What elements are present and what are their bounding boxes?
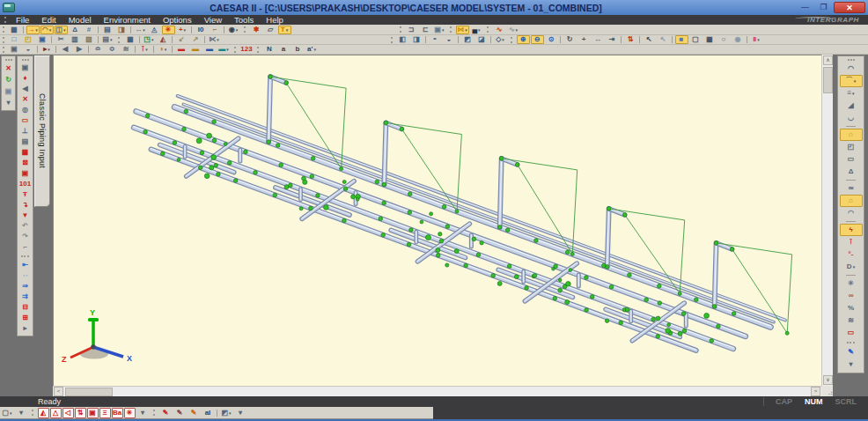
open-file-icon[interactable]: ◰ bbox=[22, 35, 35, 44]
orbit-icon[interactable]: ↻ bbox=[563, 35, 577, 44]
keyboard-icon[interactable]: ▤ bbox=[18, 137, 32, 147]
modeler-icon[interactable]: ▱ bbox=[264, 26, 277, 34]
load-blue-icon[interactable]: ▬ bbox=[203, 45, 217, 54]
node-increment-icon[interactable]: I0 bbox=[195, 26, 208, 34]
horizontal-scrollbar[interactable]: < > bbox=[53, 386, 821, 396]
mound-icon[interactable]: ◠ bbox=[840, 207, 863, 219]
node-grid-icon[interactable]: ▦ bbox=[8, 26, 21, 34]
input-spreadsheet-icon[interactable]: ▦ bbox=[124, 35, 137, 44]
save-file-icon[interactable]: ▣ bbox=[36, 35, 49, 44]
toolbar-expander[interactable]: ▾ bbox=[2, 97, 15, 108]
valve-flange-icon[interactable]: ⌐ bbox=[209, 26, 222, 34]
toolbar-expander[interactable]: ▾ bbox=[136, 408, 150, 418]
cylinder-icon[interactable]: D▾ bbox=[840, 261, 863, 273]
node-101-icon[interactable]: 101 bbox=[18, 179, 32, 189]
grid-red-icon[interactable]: ▦ bbox=[18, 147, 32, 158]
menu-help[interactable]: Help bbox=[260, 15, 290, 25]
scroll-up-button[interactable]: ∧ bbox=[823, 55, 833, 65]
paste-icon[interactable]: ▨ bbox=[83, 35, 96, 44]
undo-icon[interactable]: ↶ bbox=[18, 221, 32, 232]
trolley-icon[interactable]: ⊞ bbox=[18, 313, 32, 323]
elbow-gray-icon[interactable]: ⌐ bbox=[18, 242, 32, 253]
ratio-icon[interactable]: % bbox=[840, 302, 863, 314]
valve-red-icon[interactable]: ♦ bbox=[18, 73, 32, 84]
tee-frame-icon[interactable]: Ŧ bbox=[18, 189, 32, 200]
barge-icon[interactable]: ≃ bbox=[840, 182, 863, 195]
menu-edit[interactable]: Edit bbox=[35, 15, 62, 25]
pipe-end-icon[interactable]: ⇤ bbox=[18, 260, 32, 270]
bend-tool-icon[interactable]: ⋈▾ bbox=[456, 26, 469, 34]
camera-toggle-icon[interactable]: ▣ bbox=[87, 408, 99, 418]
flange-icon[interactable]: # bbox=[83, 26, 96, 34]
saddle-icon[interactable]: ◡ bbox=[840, 112, 863, 124]
flow-toggle-icon[interactable]: ⇅ bbox=[75, 408, 86, 418]
refresh-icon[interactable]: ↻ bbox=[2, 74, 15, 85]
view-corner1-icon[interactable]: ◩ bbox=[461, 35, 474, 44]
menu-tools[interactable]: Tools bbox=[228, 15, 260, 25]
shelter-icon[interactable]: ⌂ bbox=[840, 195, 863, 207]
sound-off-icon[interactable]: ◁ bbox=[63, 408, 74, 418]
double-x-icon[interactable]: ⊠ bbox=[18, 158, 32, 168]
view-bottom-icon[interactable]: ◒ bbox=[443, 35, 456, 44]
close-button[interactable]: ✕ bbox=[834, 2, 865, 13]
scroll-right-button[interactable]: > bbox=[811, 387, 820, 396]
valve-small-icon[interactable]: ≏ bbox=[92, 45, 105, 54]
zoom-window-icon[interactable]: ⊕ bbox=[517, 35, 530, 44]
menu-view[interactable]: View bbox=[198, 15, 228, 25]
translucent-mode-icon[interactable]: ○ bbox=[717, 35, 731, 44]
save-frame-icon[interactable]: ▼ bbox=[18, 210, 32, 221]
isometric-icon[interactable]: ◭ bbox=[157, 35, 170, 44]
classic-piping-input-tab[interactable]: Classic Piping Input bbox=[34, 55, 50, 207]
load-teal-icon[interactable]: ▬▾ bbox=[217, 45, 231, 54]
hanger-icon[interactable]: ◠▾ bbox=[40, 26, 54, 34]
list-input-icon[interactable]: ▤ bbox=[101, 26, 114, 34]
new-file-icon[interactable]: □ bbox=[8, 35, 21, 44]
clock-icon[interactable]: ◑▾ bbox=[157, 45, 170, 54]
pan-icon[interactable]: + bbox=[577, 35, 591, 44]
select-icon[interactable]: ↖ bbox=[643, 35, 656, 44]
section-cut-icon[interactable]: ‖▾ bbox=[750, 35, 763, 44]
print-icon[interactable]: ▤▾ bbox=[101, 35, 114, 44]
redo-icon[interactable]: ↷ bbox=[18, 232, 32, 242]
view-se-icon[interactable]: ◨ bbox=[410, 35, 423, 44]
menu-model[interactable]: Model bbox=[63, 15, 98, 25]
walkthrough-icon[interactable]: ⇥ bbox=[606, 35, 619, 44]
measure-icon[interactable]: ↔▾ bbox=[134, 26, 147, 34]
stress-wave-icon[interactable]: ∿ bbox=[493, 26, 506, 34]
zoom-extents-icon[interactable]: ⊙ bbox=[545, 35, 558, 44]
translate-icon[interactable]: ↔ bbox=[592, 35, 605, 44]
pipe-shoe-icon[interactable]: ◠ bbox=[840, 63, 863, 75]
anchor-icon[interactable]: ◫▾ bbox=[55, 26, 68, 34]
import-icon[interactable]: ↙ bbox=[175, 35, 188, 44]
pipe-flow-icon[interactable]: ⇒ bbox=[18, 281, 32, 292]
expand-box-icon[interactable]: ◰ bbox=[840, 141, 863, 153]
horizontal-scroll-thumb[interactable] bbox=[65, 388, 113, 396]
piping-model[interactable]: YXZ bbox=[53, 55, 821, 386]
pipe-out-icon[interactable]: ⊐ bbox=[405, 26, 418, 34]
snapshot-icon[interactable]: ▣ bbox=[8, 45, 21, 54]
marker-red-icon[interactable]: ✎ bbox=[159, 408, 173, 418]
menu-file[interactable]: File bbox=[10, 15, 35, 25]
error-check-icon[interactable]: ✳ bbox=[162, 26, 175, 34]
hidden-line-mode-icon[interactable]: ▦ bbox=[703, 35, 717, 44]
degree-icon[interactable]: °- bbox=[840, 248, 863, 261]
pipe-multi-icon[interactable]: ⇉ bbox=[18, 292, 32, 302]
cut-icon[interactable]: ✂ bbox=[55, 35, 68, 44]
review-icon[interactable]: ◬ bbox=[148, 26, 161, 34]
find-node-icon[interactable]: ◉▾ bbox=[227, 26, 240, 34]
toolbar-expander[interactable]: ▾ bbox=[840, 358, 863, 371]
cut-red-icon[interactable]: ✕ bbox=[18, 94, 32, 105]
menu-environment[interactable]: Environment bbox=[98, 15, 157, 25]
delta-x-icon[interactable]: Δ bbox=[840, 166, 863, 178]
annotate-icon[interactable]: aI bbox=[202, 408, 215, 418]
send-icon[interactable]: ↗ bbox=[189, 35, 202, 44]
temperature-icon[interactable]: ⊺▾ bbox=[138, 45, 151, 54]
model-canvas[interactable]: YXZ ∧ ∨ < > bbox=[53, 55, 833, 396]
burst-icon[interactable]: ✳ bbox=[124, 408, 136, 418]
delete-model-icon[interactable]: ✕ bbox=[2, 63, 15, 74]
view-sw-icon[interactable]: ◧ bbox=[396, 35, 409, 44]
load-red-icon[interactable]: ▬ bbox=[175, 45, 188, 54]
toolbar-expander[interactable]: ▸ bbox=[18, 323, 32, 334]
chain-icon[interactable]: ∞ bbox=[840, 290, 863, 302]
animation-icon[interactable]: ▸▾ bbox=[40, 45, 54, 54]
